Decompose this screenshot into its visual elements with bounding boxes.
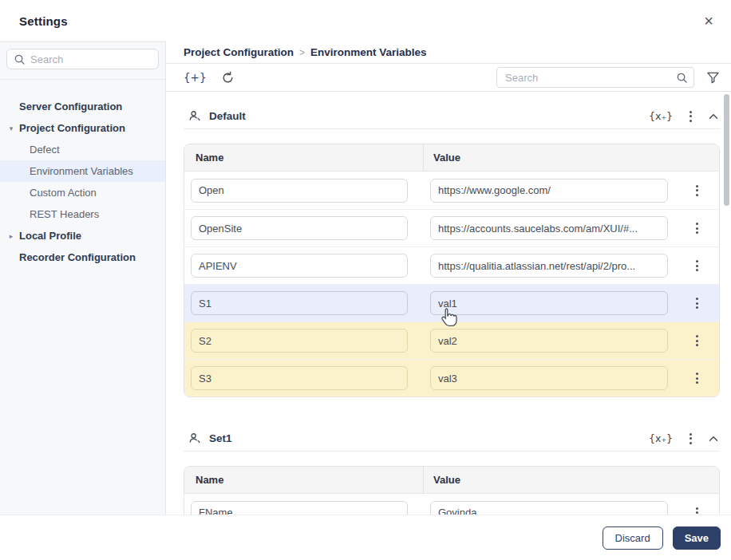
row-actions: [674, 183, 719, 198]
sidebar-search-input[interactable]: [6, 49, 159, 69]
filter-icon[interactable]: [706, 71, 720, 84]
caret-icon[interactable]: [6, 246, 17, 268]
name-cell: [184, 210, 424, 246]
scrollbar[interactable]: [724, 94, 729, 206]
users-icon: [188, 109, 202, 123]
sidebar-item-defect[interactable]: Defect: [0, 139, 165, 160]
row-menu-icon[interactable]: [694, 258, 700, 273]
table-row: [184, 172, 719, 209]
table-row: [184, 494, 719, 515]
breadcrumb-project-configuration[interactable]: Project Configuration: [184, 46, 294, 58]
variable-value-input[interactable]: [430, 179, 668, 203]
variable-name-input[interactable]: [191, 216, 408, 240]
variable-name-input[interactable]: [191, 179, 408, 203]
save-button[interactable]: Save: [673, 526, 721, 550]
variables-table: Name Value: [184, 144, 720, 397]
sidebar-item-label: Recorder Configuration: [19, 251, 136, 263]
breadcrumb-separator: >: [299, 47, 305, 58]
caret-icon[interactable]: [6, 160, 17, 182]
collapse-chevron-icon[interactable]: [709, 436, 718, 442]
sidebar-item-environment-variables[interactable]: Environment Variables: [0, 160, 165, 182]
breadcrumb: Project Configuration > Environment Vari…: [166, 41, 731, 64]
breadcrumb-environment-variables: Environment Variables: [310, 46, 427, 58]
collapse-chevron-icon[interactable]: [709, 113, 718, 120]
column-header-value: Value: [424, 474, 719, 486]
caret-icon[interactable]: [6, 203, 17, 225]
name-cell: [184, 285, 424, 321]
sidebar-item-label: Project Configuration: [19, 122, 125, 134]
table-header: Name Value: [184, 144, 719, 172]
section-menu-icon[interactable]: [688, 432, 693, 446]
column-header-name: Name: [184, 144, 424, 171]
value-cell: [424, 495, 674, 515]
value-cell: [424, 247, 674, 284]
variable-name-input[interactable]: [191, 254, 408, 278]
refresh-icon[interactable]: [221, 71, 235, 85]
section-title: Default: [209, 110, 246, 122]
variable-value-input[interactable]: [430, 291, 668, 315]
caret-icon[interactable]: ▸: [6, 225, 17, 246]
sidebar-item-local-profile[interactable]: ▸ Local Profile: [0, 225, 165, 246]
variable-value-input[interactable]: [430, 329, 668, 353]
close-icon[interactable]: ×: [704, 13, 713, 29]
value-cell: [424, 322, 674, 359]
variables-table: Name Value: [184, 466, 720, 515]
add-set-variable-icon[interactable]: {x₊}: [649, 432, 673, 444]
sidebar-item-label: Defect: [30, 144, 60, 156]
value-cell: [424, 285, 674, 321]
row-menu-icon[interactable]: [694, 183, 700, 198]
discard-button[interactable]: Discard: [603, 526, 663, 550]
column-header-value: Value: [424, 152, 719, 164]
variable-name-input[interactable]: [191, 291, 408, 315]
sidebar-item-label: Environment Variables: [30, 165, 133, 177]
row-menu-icon[interactable]: [694, 371, 700, 385]
variable-value-input[interactable]: [430, 366, 668, 390]
add-variable-icon[interactable]: {+}: [184, 71, 207, 84]
value-cell: [424, 360, 674, 396]
sidebar-item-project-configuration[interactable]: ▾ Project Configuration: [0, 117, 165, 139]
variable-value-input[interactable]: [430, 501, 668, 515]
variables-search-input[interactable]: [496, 67, 694, 88]
row-menu-icon[interactable]: [694, 221, 700, 235]
row-menu-icon[interactable]: [694, 296, 700, 310]
section-actions: {x₊}: [649, 109, 720, 124]
table-header: Name Value: [184, 467, 719, 494]
section-header: Default {x₊}: [184, 104, 720, 129]
users-icon: [188, 432, 202, 445]
add-set-variable-icon[interactable]: {x₊}: [649, 110, 673, 122]
variable-name-input[interactable]: [191, 366, 408, 390]
table-body: [184, 172, 719, 396]
variables-search: [496, 67, 694, 88]
row-menu-icon[interactable]: [694, 506, 700, 515]
sidebar-item-custom-action[interactable]: Custom Action: [0, 182, 165, 203]
name-cell: [184, 172, 424, 209]
sidebar-item-recorder-configuration[interactable]: Recorder Configuration: [0, 246, 165, 268]
variable-name-input[interactable]: [191, 329, 408, 353]
table-row: [184, 246, 719, 284]
search-icon: [676, 72, 688, 87]
variable-value-input[interactable]: [430, 216, 668, 240]
sections-host: Default {x₊} Name Value: [166, 92, 731, 515]
value-cell: [424, 172, 674, 209]
settings-dialog: Settings × Server Configuration ▾ Projec…: [0, 0, 731, 560]
footer: Discard Save: [0, 515, 731, 560]
caret-icon[interactable]: [6, 139, 17, 160]
variable-name-input[interactable]: [191, 501, 408, 515]
table-row: [184, 359, 719, 396]
caret-icon[interactable]: [6, 96, 17, 117]
variable-set-section-default: Default {x₊} Name Value: [184, 104, 720, 397]
row-actions: [674, 371, 719, 385]
section-menu-icon[interactable]: [688, 109, 693, 124]
caret-icon[interactable]: [6, 182, 17, 203]
sidebar-item-rest-headers[interactable]: REST Headers: [0, 203, 165, 225]
variable-value-input[interactable]: [430, 254, 668, 278]
table-row: [184, 321, 719, 359]
dialog-header: Settings ×: [0, 0, 731, 41]
toolbar: {+}: [166, 64, 731, 92]
caret-icon[interactable]: ▾: [6, 117, 17, 139]
sidebar-item-label: REST Headers: [30, 208, 99, 220]
row-actions: [674, 296, 719, 310]
sidebar-item-server-configuration[interactable]: Server Configuration: [0, 96, 165, 117]
section-header: Set1 {x₊}: [184, 426, 720, 452]
row-menu-icon[interactable]: [694, 333, 700, 348]
